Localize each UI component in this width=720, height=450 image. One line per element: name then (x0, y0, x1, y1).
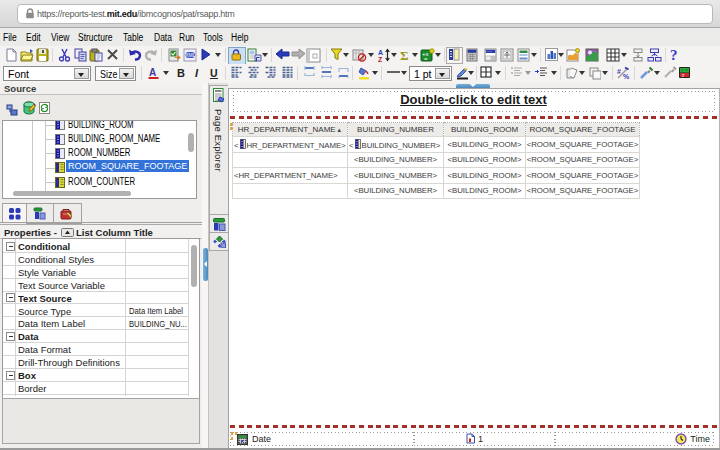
svg-text:A: A (149, 67, 156, 78)
svg-text:Σ: Σ (400, 48, 409, 62)
svg-text:=: = (424, 56, 428, 62)
svg-text:?: ? (670, 47, 678, 63)
svg-text:Z: Z (378, 56, 383, 63)
svg-text:A: A (378, 49, 383, 56)
svg-text:U: U (210, 67, 218, 79)
svg-text:#: # (617, 68, 621, 75)
svg-text:XML: XML (185, 52, 196, 58)
svg-text:I: I (195, 67, 199, 79)
svg-text:B: B (177, 67, 185, 79)
svg-text:%: % (623, 73, 630, 80)
